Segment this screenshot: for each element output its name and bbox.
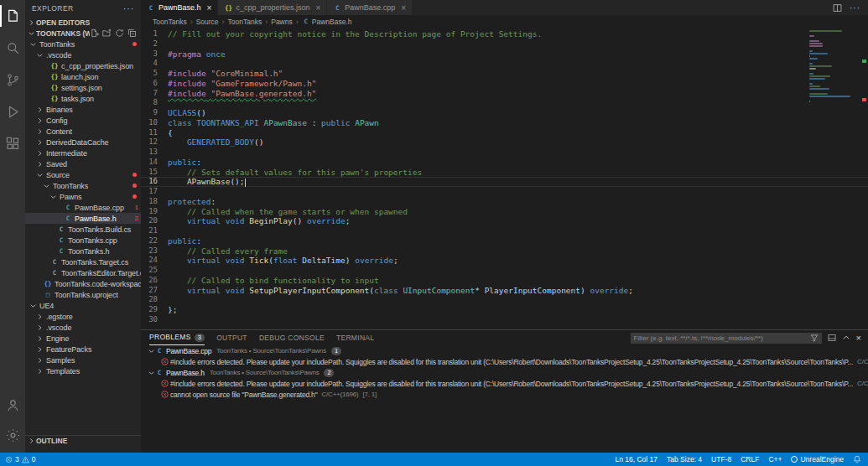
code-editor[interactable]: 1// Fill out your copyright notice in th… [141, 28, 868, 329]
problem-file-row[interactable]: CPawnBase.hToonTanks • Source\ToonTanks\… [141, 367, 868, 378]
editor-tab[interactable]: CPawnBase.cpp× [327, 0, 413, 15]
breadcrumb-item[interactable]: ToonTanks [228, 18, 262, 26]
tree-item[interactable]: Intermediate [25, 148, 141, 158]
account-icon[interactable] [3, 396, 23, 414]
code-line[interactable]: 25 [141, 266, 868, 276]
tree-item[interactable]: UE4 [25, 300, 141, 311]
breadcrumb-item[interactable]: ToonTanks [153, 18, 187, 26]
problem-row[interactable]: #include errors detected. Please update … [141, 356, 868, 367]
problem-row[interactable]: #include errors detected. Please update … [141, 378, 868, 389]
new-folder-icon[interactable] [102, 28, 112, 38]
tree-item[interactable]: CToonTanks.cpp [25, 235, 141, 246]
code-line[interactable]: 28 [141, 295, 868, 305]
close-tab-icon[interactable]: × [401, 3, 406, 13]
code-line[interactable]: 22public: [141, 236, 868, 246]
code-line[interactable]: 30 [141, 315, 868, 325]
code-line[interactable]: 4 [141, 59, 868, 69]
tree-item[interactable]: CToonTanks.h [25, 246, 141, 256]
code-line[interactable]: 10class TOONTANKS_API APawnBase : public… [141, 118, 868, 128]
outline-section[interactable]: OUTLINE [25, 435, 141, 446]
code-line[interactable]: 6#include "GameFramework/Pawn.h" [141, 79, 868, 89]
code-line[interactable]: 29}; [141, 305, 868, 315]
tree-item[interactable]: ToonTanks [25, 39, 141, 49]
code-line[interactable]: 21 [141, 226, 868, 236]
tree-item[interactable]: {}tasks.json [25, 93, 141, 104]
maximize-panel-icon[interactable] [842, 334, 850, 342]
code-line[interactable]: 20 virtual void BeginPlay() override; [141, 216, 868, 226]
explorer-more-actions-icon[interactable]: ··· [123, 4, 134, 13]
tree-item[interactable]: Samples [25, 355, 141, 365]
minimap[interactable] [809, 30, 858, 106]
new-file-icon[interactable] [90, 28, 99, 38]
code-line[interactable]: 14public: [141, 158, 868, 168]
code-line[interactable]: 1// Fill out your copyright notice in th… [141, 29, 868, 39]
code-line[interactable]: 24 virtual void Tick(float DeltaTime) ov… [141, 256, 868, 266]
problem-row[interactable]: cannot open source file "PawnBase.genera… [141, 389, 868, 400]
tree-item[interactable]: Binaries [25, 104, 141, 115]
code-line[interactable]: 8 [141, 98, 868, 108]
notifications-bell-icon[interactable] [853, 455, 861, 463]
status-unreal-engine[interactable]: UnrealEngine [791, 455, 844, 463]
tree-item[interactable]: Source [25, 169, 141, 180]
code-line[interactable]: 26 // Called to bind functionality to in… [141, 276, 868, 286]
tree-item[interactable]: .egstore [25, 311, 141, 322]
tree-item[interactable]: CToonTanksEditor.Target.cs [25, 267, 141, 278]
search-icon[interactable] [3, 39, 23, 57]
tree-item[interactable]: .vscode [25, 322, 141, 333]
panel-tab-problems[interactable]: PROBLEMS3 [149, 330, 205, 345]
status-tab-size[interactable]: Tab Size: 4 [667, 455, 702, 463]
status-cursor-position[interactable]: Ln 16, Col 17 [615, 455, 657, 463]
settings-gear-icon[interactable] [3, 426, 23, 444]
open-editors-section[interactable]: OPEN EDITORS [25, 17, 141, 28]
editor-more-actions-icon[interactable]: ··· [850, 3, 860, 13]
status-language-mode[interactable]: C++ [768, 455, 782, 463]
tree-item[interactable]: ToonTanks [25, 180, 141, 191]
code-line[interactable]: 2 [141, 39, 868, 49]
panel-layout-icon[interactable] [828, 334, 836, 342]
code-line[interactable]: 12 GENERATED_BODY() [141, 137, 868, 148]
tree-item[interactable]: Content [25, 126, 141, 137]
breadcrumb-item[interactable]: CPawnBase.h [302, 18, 352, 26]
tree-item[interactable]: {}settings.json [25, 82, 141, 93]
editor-tab[interactable]: {}c_cpp_properties.json× [218, 0, 327, 15]
tree-item[interactable]: Config [25, 115, 141, 126]
close-panel-icon[interactable]: × [856, 333, 861, 343]
problem-file-row[interactable]: CPawnBase.cppToonTanks • Source\ToonTank… [141, 345, 868, 356]
code-line[interactable]: 17 [141, 187, 868, 197]
explorer-icon[interactable] [3, 7, 23, 25]
split-editor-icon[interactable] [833, 3, 842, 13]
code-line[interactable]: 3#pragma once [141, 49, 868, 60]
close-tab-icon[interactable]: × [207, 3, 212, 13]
panel-tab-debug-console[interactable]: DEBUG CONSOLE [259, 330, 325, 345]
tree-item[interactable]: FeaturePacks [25, 344, 141, 355]
collapse-folders-icon[interactable] [127, 28, 137, 38]
code-line[interactable]: 23 // Called every frame [141, 246, 868, 256]
code-line[interactable]: 16 APawnBase(); [141, 177, 868, 187]
tree-item[interactable]: CPawnBase.cpp1 [25, 202, 141, 213]
workspace-section[interactable]: TOONTANKS (WORKS... [25, 28, 141, 39]
code-line[interactable]: 19 // Called when the game starts or whe… [141, 207, 868, 217]
filter-icon[interactable] [810, 330, 819, 345]
code-line[interactable]: 11{ [141, 128, 868, 138]
tree-item[interactable]: .vscode [25, 49, 141, 60]
tree-item[interactable]: CToonTanks.Build.cs [25, 224, 141, 235]
tree-item[interactable]: □ToonTanks.uproject [25, 289, 141, 300]
tree-item[interactable]: Pawns [25, 191, 141, 202]
run-debug-icon[interactable] [3, 102, 23, 121]
panel-tab-terminal[interactable]: TERMINAL [336, 330, 374, 345]
extensions-icon[interactable] [3, 134, 23, 153]
code-line[interactable]: 7#include "PawnBase.generated.h" [141, 89, 868, 99]
editor-tab[interactable]: CPawnBase.h× [141, 0, 218, 15]
tree-item[interactable]: CPawnBase.h2 [25, 213, 141, 224]
problems-filter-input[interactable] [634, 334, 808, 342]
breadcrumb-item[interactable]: Pawns [271, 18, 293, 26]
tree-item[interactable]: CToonTanks.Target.cs [25, 256, 141, 267]
code-line[interactable]: 9UCLASS() [141, 108, 868, 118]
refresh-icon[interactable] [115, 28, 124, 38]
code-line[interactable]: 15 // Sets default values for this pawn'… [141, 168, 868, 178]
code-line[interactable]: 13 [141, 148, 868, 158]
tree-item[interactable]: {}launch.json [25, 71, 141, 82]
tree-item[interactable]: Engine [25, 333, 141, 344]
tree-item[interactable]: Templates [25, 365, 141, 376]
status-encoding[interactable]: UTF-8 [711, 455, 731, 463]
